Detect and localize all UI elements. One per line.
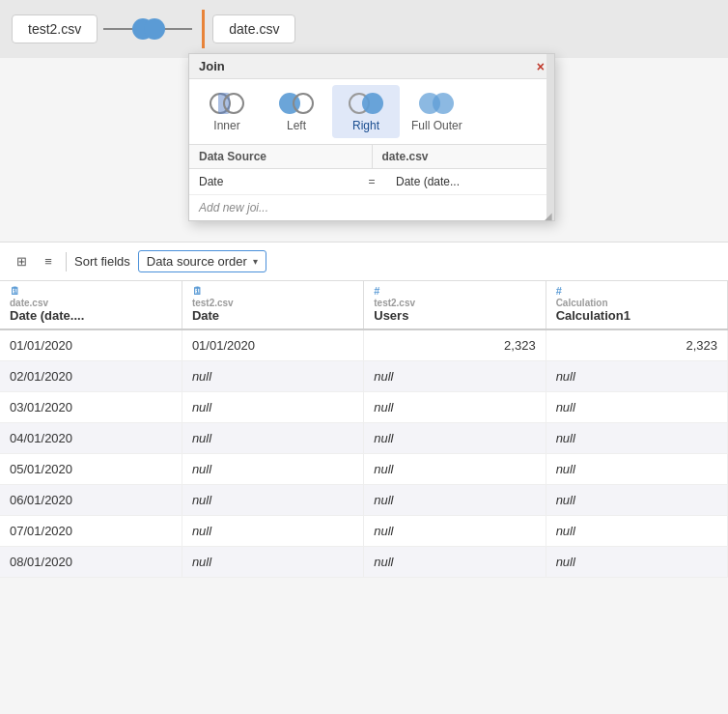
col2-name: Users	[374, 308, 535, 323]
left-icon	[279, 91, 314, 116]
dialog-scrollbar[interactable]	[546, 54, 554, 220]
table-row: 01/01/202001/01/20202,3232,323	[0, 329, 728, 361]
left-label: Left	[287, 119, 306, 132]
join-condition-row[interactable]: Date = Date (date...	[189, 169, 554, 195]
join-conditions: Data Source date.csv Date = Date (date..…	[189, 145, 554, 220]
main-content: test2.csv date.csv Join ×	[0, 0, 728, 578]
join-dialog: Join × Inner Left	[188, 53, 555, 221]
join-circle-right	[144, 18, 165, 40]
toolbar-divider	[66, 252, 67, 271]
cell-r3-c1: null	[182, 423, 363, 454]
right-icon	[349, 91, 383, 116]
full-icon	[419, 91, 454, 116]
table-row: 02/01/2020nullnullnull	[0, 361, 728, 392]
col2-source: test2.csv	[374, 298, 535, 308]
table-row: 03/01/2020nullnullnull	[0, 392, 728, 423]
orange-divider	[202, 10, 205, 48]
cell-r1-c2: null	[364, 361, 546, 392]
col0-name: Date (date....	[10, 308, 172, 323]
col1-source: test2.csv	[192, 298, 353, 308]
cell-r6-c3: null	[546, 516, 727, 547]
col1-name: Date	[192, 308, 353, 323]
right-label: Right	[352, 119, 379, 132]
table-row: 07/01/2020nullnullnull	[0, 516, 728, 547]
inner-label: Inner	[213, 119, 239, 132]
cell-r4-c3: null	[546, 454, 727, 485]
table-row: 06/01/2020nullnullnull	[0, 485, 728, 516]
join-condition-header: Data Source date.csv	[189, 145, 554, 169]
cell-r1-c1: null	[182, 361, 363, 392]
join-cond-right: Date (date...	[386, 169, 554, 194]
cell-r2-c1: null	[182, 392, 363, 423]
cell-r1-c0: 02/01/2020	[0, 361, 182, 392]
cell-r5-c3: null	[546, 485, 727, 516]
join-types-row: Inner Left Right	[189, 79, 554, 145]
cell-r7-c2: null	[364, 547, 546, 578]
close-button[interactable]: ×	[537, 60, 545, 73]
cell-r7-c0: 08/01/2020	[0, 547, 182, 578]
cell-r0-c1: 01/01/2020	[182, 329, 363, 361]
join-type-left[interactable]: Left	[263, 85, 330, 138]
cell-r4-c1: null	[182, 454, 363, 485]
toolbar: ⊞ ≡ Sort fields Data source order ▾	[0, 242, 728, 281]
inner-circle-right	[223, 93, 244, 114]
grid-view-icon[interactable]: ⊞	[12, 254, 31, 270]
top-bar: test2.csv date.csv	[0, 0, 728, 58]
sort-order-value: Data source order	[147, 254, 247, 269]
join-cond-left: Date	[189, 169, 357, 194]
cell-r2-c3: null	[546, 392, 727, 423]
cell-r1-c3: null	[546, 361, 727, 392]
connector-line-left	[103, 28, 132, 30]
cell-r5-c2: null	[364, 485, 546, 516]
cell-r0-c0: 01/01/2020	[0, 329, 182, 361]
join-type-inner[interactable]: Inner	[193, 85, 261, 138]
cell-r0-c3: 2,323	[546, 329, 727, 361]
cell-r3-c3: null	[546, 423, 727, 454]
cell-r3-c0: 04/01/2020	[0, 423, 182, 454]
cell-r5-c0: 06/01/2020	[0, 485, 182, 516]
col1-icon: 🗓	[192, 285, 353, 297]
left-circle-r	[293, 93, 314, 114]
join-dialog-header: Join ×	[189, 54, 554, 79]
col3-icon: #	[556, 285, 717, 297]
col3-name: Calculation1	[556, 308, 717, 323]
join-type-right[interactable]: Right	[332, 85, 400, 138]
col3-source: Calculation	[556, 298, 717, 308]
col2-icon: #	[374, 285, 535, 297]
list-view-icon[interactable]: ≡	[39, 254, 58, 270]
resize-handle[interactable]: ◢	[545, 211, 554, 220]
data-table-container: 🗓 date.csv Date (date.... 🗓 test2.csv Da…	[0, 281, 728, 578]
source1-pill[interactable]: test2.csv	[12, 14, 98, 43]
chevron-down-icon: ▾	[253, 256, 258, 267]
cell-r2-c2: null	[364, 392, 546, 423]
table-header-row: 🗓 date.csv Date (date.... 🗓 test2.csv Da…	[0, 281, 728, 329]
table-body: 01/01/202001/01/20202,3232,32302/01/2020…	[0, 329, 728, 578]
cell-r6-c1: null	[182, 516, 363, 547]
table-row: 04/01/2020nullnullnull	[0, 423, 728, 454]
cell-r2-c0: 03/01/2020	[0, 392, 182, 423]
join-type-full[interactable]: Full Outer	[402, 85, 472, 138]
cell-r4-c0: 05/01/2020	[0, 454, 182, 485]
cell-r7-c3: null	[546, 547, 727, 578]
data-table: 🗓 date.csv Date (date.... 🗓 test2.csv Da…	[0, 281, 728, 578]
full-circle-r	[433, 93, 454, 114]
right-circle-r	[362, 93, 383, 114]
col0-icon: 🗓	[10, 285, 172, 297]
connector	[103, 18, 192, 40]
cell-r3-c2: null	[364, 423, 546, 454]
header-source: date.csv	[373, 145, 555, 168]
header-datasource: Data Source	[189, 145, 373, 168]
col-header-3: # Calculation Calculation1	[546, 281, 727, 329]
table-row: 05/01/2020nullnullnull	[0, 454, 728, 485]
cell-r4-c2: null	[364, 454, 546, 485]
cell-r7-c1: null	[182, 547, 363, 578]
source2-pill[interactable]: date.csv	[212, 14, 295, 43]
join-dialog-title: Join	[199, 59, 225, 73]
join-icon[interactable]	[132, 18, 163, 40]
col-header-2: # test2.csv Users	[364, 281, 546, 329]
sort-order-dropdown[interactable]: Data source order ▾	[138, 250, 266, 272]
cell-r5-c1: null	[182, 485, 363, 516]
join-cond-op: =	[357, 175, 386, 188]
add-join-row[interactable]: Add new joi...	[189, 195, 554, 220]
col-header-0: 🗓 date.csv Date (date....	[0, 281, 182, 329]
